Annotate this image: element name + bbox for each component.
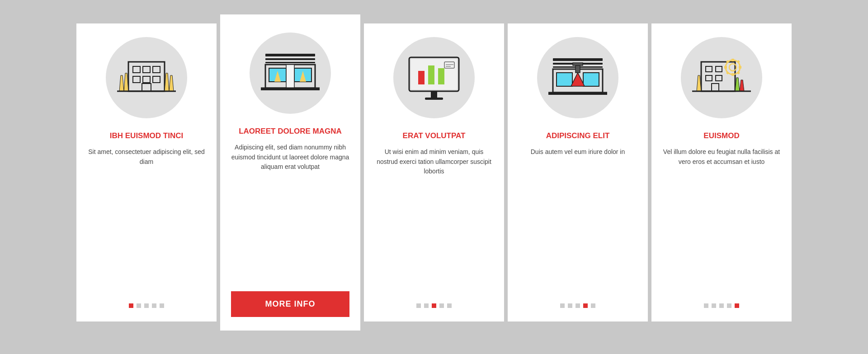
card-2-title: LAOREET DOLORE MAGNA	[239, 126, 342, 136]
svg-rect-3	[153, 66, 160, 73]
dot-4	[439, 303, 444, 308]
svg-rect-60	[737, 71, 740, 75]
svg-rect-19	[286, 65, 294, 88]
svg-rect-15	[265, 62, 315, 63]
dot-4	[152, 303, 156, 308]
card-2-body: Adipiscing elit, sed diam nonummy nibh e…	[231, 143, 349, 276]
svg-marker-9	[119, 75, 124, 91]
card-3-icon	[405, 48, 463, 107]
dot-2	[424, 303, 429, 308]
card-5-body: Vel illum dolore eu feugiat nulla facili…	[662, 147, 781, 288]
card-3-title: ERAT VOLUTPAT	[403, 131, 466, 141]
more-info-button[interactable]: MORE INFO	[231, 291, 349, 317]
card-5-dots	[704, 299, 739, 308]
card-4-title: ADIPISCING ELIT	[546, 131, 610, 141]
svg-rect-26	[418, 71, 425, 84]
svg-marker-11	[169, 75, 174, 91]
dot-5	[160, 303, 164, 308]
dot-4	[727, 303, 731, 308]
card-3: ERAT VOLUTPAT Ut wisi enim ad minim veni…	[364, 23, 504, 321]
card-3-dots	[416, 299, 452, 308]
dot-3	[719, 303, 724, 308]
svg-rect-34	[553, 58, 603, 61]
card-5-title: EUISMOD	[703, 131, 739, 141]
svg-rect-4	[133, 76, 140, 83]
card-4-body: Duis autem vel eum iriure dolor in	[531, 147, 625, 288]
card-1-icon-circle	[106, 37, 187, 118]
svg-rect-23	[261, 88, 320, 90]
cards-container: IBH EUISMOD TINCI Sit amet, consectetuer…	[49, 5, 819, 349]
card-1: IBH EUISMOD TINCI Sit amet, consectetuer…	[76, 23, 217, 321]
svg-rect-6	[153, 76, 160, 83]
card-4-icon	[548, 48, 607, 107]
svg-rect-48	[706, 75, 712, 81]
svg-rect-7	[142, 84, 151, 91]
svg-rect-58	[737, 60, 740, 63]
dot-5	[447, 303, 452, 308]
card-2-icon	[261, 44, 320, 102]
svg-rect-54	[731, 73, 734, 76]
card-1-body: Sit amet, consectetuer adipiscing elit, …	[87, 147, 206, 288]
svg-rect-42	[573, 63, 583, 65]
svg-rect-50	[712, 84, 719, 91]
dot-3	[432, 303, 436, 308]
card-4: ADIPISCING ELIT Duis autem vel eum iriur…	[508, 23, 648, 321]
dot-5	[735, 303, 739, 308]
svg-rect-33	[425, 98, 443, 100]
dot-2	[137, 303, 141, 308]
card-2: LAOREET DOLORE MAGNA Adipiscing elit, se…	[220, 14, 360, 331]
card-1-title: IBH EUISMOD TINCI	[110, 131, 183, 141]
svg-rect-47	[716, 66, 722, 72]
svg-rect-5	[143, 76, 150, 83]
dot-2	[712, 303, 716, 308]
card-2-icon-circle	[250, 33, 331, 114]
dot-1	[129, 303, 133, 308]
card-3-body: Ut wisi enim ad minim veniam, quis nostr…	[375, 147, 493, 288]
svg-marker-40	[571, 73, 585, 86]
card-3-icon-circle	[393, 37, 475, 118]
svg-rect-44	[548, 93, 607, 95]
dot-3	[144, 303, 149, 308]
svg-rect-56	[739, 66, 741, 69]
svg-rect-2	[143, 66, 150, 73]
dot-2	[568, 303, 572, 308]
card-4-icon-circle	[537, 37, 618, 118]
svg-rect-14	[265, 58, 315, 60]
dot-1	[560, 303, 565, 308]
card-5-icon-circle	[681, 37, 762, 118]
svg-rect-28	[438, 68, 444, 84]
card-1-dots	[129, 299, 164, 308]
dot-1	[416, 303, 421, 308]
card-5-icon	[692, 48, 751, 107]
svg-rect-46	[706, 66, 712, 72]
svg-rect-49	[716, 75, 722, 81]
dot-4	[583, 303, 588, 308]
dot-5	[591, 303, 595, 308]
svg-rect-32	[431, 91, 437, 98]
svg-rect-13	[265, 54, 315, 56]
svg-marker-63	[740, 80, 744, 91]
svg-rect-55	[724, 66, 727, 69]
svg-rect-39	[583, 73, 599, 86]
svg-rect-53	[731, 59, 734, 61]
card-1-icon	[117, 48, 176, 107]
svg-rect-27	[428, 65, 434, 84]
svg-rect-1	[133, 66, 140, 73]
dot-1	[704, 303, 708, 308]
dot-3	[576, 303, 580, 308]
svg-rect-38	[557, 73, 572, 86]
card-5: EUISMOD Vel illum dolore eu feugiat null…	[651, 23, 792, 321]
card-4-dots	[560, 299, 595, 308]
